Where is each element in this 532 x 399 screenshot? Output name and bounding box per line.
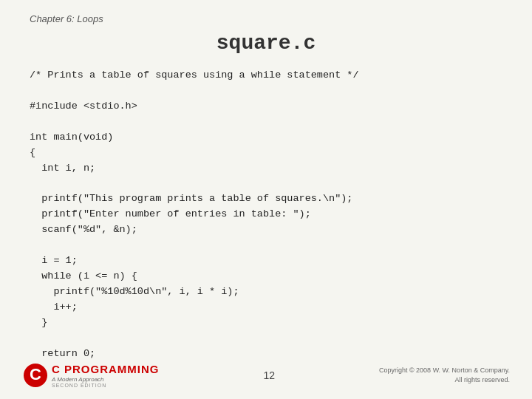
slide: Chapter 6: Loops square.c /* Prints a ta… — [0, 0, 532, 399]
copyright-line2: All rights reserved. — [454, 376, 510, 383]
slide-title: square.c — [30, 32, 502, 55]
code-block: /* Prints a table of squares using a whi… — [30, 68, 502, 377]
logo-sub-text: A Modern Approach — [52, 376, 160, 383]
copyright: Copyright © 2008 W. W. Norton & Company.… — [379, 366, 510, 386]
logo-area: C C PROGRAMMING A Modern Approach SECOND… — [22, 362, 160, 389]
logo-text: C PROGRAMMING A Modern Approach SECOND E… — [52, 363, 160, 388]
copyright-line1: Copyright © 2008 W. W. Norton & Company. — [379, 366, 510, 374]
logo-c: C C PROGRAMMING A Modern Approach SECOND… — [22, 362, 160, 389]
c-logo-icon: C — [22, 362, 49, 389]
svg-text:C: C — [30, 365, 41, 383]
chapter-title: Chapter 6: Loops — [30, 13, 502, 24]
logo-edition-text: SECOND EDITION — [52, 383, 160, 388]
logo-main-text: C PROGRAMMING — [52, 363, 160, 375]
page-number: 12 — [263, 369, 275, 381]
footer: C C PROGRAMMING A Modern Approach SECOND… — [0, 362, 532, 389]
